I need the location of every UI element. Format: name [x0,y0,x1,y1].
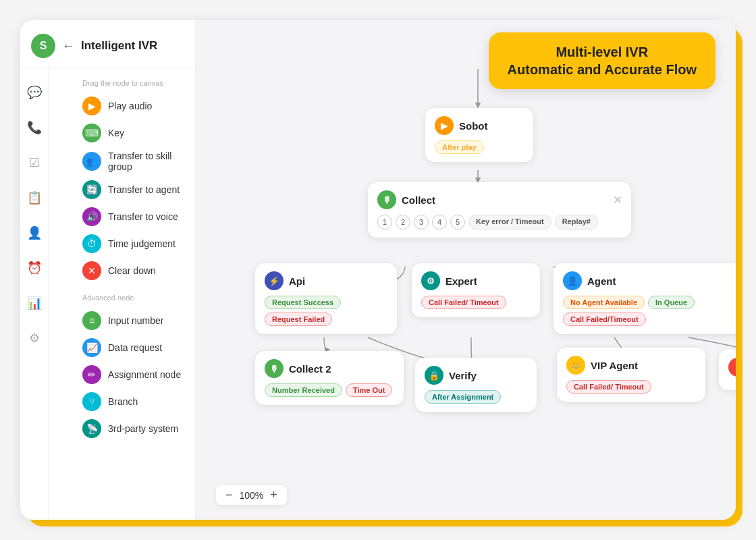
verify-icon: 🔒 [425,366,443,385]
sobot-tag-afterplay[interactable]: After play [435,140,484,154]
3rd-party-label: 3rd-party system [108,423,178,434]
zoom-plus-button[interactable]: + [269,488,279,502]
collect2-node[interactable]: 🎙 Collect 2 Number Received Time Out [255,351,404,405]
node-branch[interactable]: ⑂ Branch [82,388,195,415]
main-card: S ← Intelligent IVR 💬 📞 ☑ 📋 👤 ⏰ 📊 ⚙ [20,20,736,520]
collect2-title: Collect 2 [289,363,331,375]
node-transfer-voice[interactable]: 🔊 Transfer to voice [82,203,195,230]
collect-tag-replay[interactable]: Replay# [555,215,598,230]
assignment-icon: ✏ [82,365,101,384]
node-clear-down[interactable]: ✕ Clear down [82,257,195,284]
vip-icon: 👑 [566,356,585,375]
branch-label: Branch [108,396,138,407]
node-data-request[interactable]: 📈 Data request [82,334,195,361]
assignment-label: Assignment node [108,369,181,380]
sidebar-icon-clipboard[interactable]: 📋 [22,186,47,210]
collect-tag-key-error[interactable]: Key error / Timeout [468,215,551,230]
collect-icon: 🎙 [377,190,396,209]
advanced-label: Advanced node [82,284,195,307]
vip-header: 👑 VIP Agent [566,356,696,375]
canvas-area[interactable]: Multi-level IVR Automatic and Accurate F… [196,20,736,520]
collect-title: Collect [402,194,435,206]
verify-header: 🔒 Verify [425,366,527,385]
tooltip-line2: Automatic and Accurate Flow [508,61,697,78]
back-button[interactable]: ← [62,39,74,53]
node-3rd-party[interactable]: 📡 3rd-party system [82,415,195,442]
sobot-node[interactable]: ▶ Sobot After play [425,108,533,162]
sobot-header: ▶ Sobot [435,116,524,135]
collect-tag-5[interactable]: 5 [450,215,465,230]
collect-node[interactable]: 🎙 Collect ✕ 1 2 3 4 5 Key error / Timeou… [368,182,631,238]
sobot-tags: After play [435,140,524,154]
collect2-icon: 🎙 [265,359,284,378]
key-label: Key [108,128,124,138]
sidebar-icon-user[interactable]: 👤 [22,221,47,245]
verify-tags: After Assignment [425,390,527,404]
drag-label: Drag the node to canvas [82,75,195,92]
agent-icon: 👤 [563,271,582,290]
input-number-icon: ≡ [82,311,101,330]
sidebar-icon-clock[interactable]: ⏰ [22,256,47,280]
collect2-tags: Number Received Time Out [265,383,394,397]
clear-down-node[interactable]: ✕ Clear Down [719,350,736,390]
node-play-audio[interactable]: ▶ Play audio [82,92,195,119]
sidebar-icon-settings[interactable]: ⚙ [22,326,47,350]
input-number-label: Input number [108,315,164,326]
node-time-judgement[interactable]: ⏱ Time judgement [82,230,195,257]
api-title: Api [289,275,305,287]
zoom-minus-button[interactable]: − [224,488,234,502]
agent-tag-failed[interactable]: Call Failed/Timeout [563,313,646,326]
node-list: Drag the node to canvas ▶ Play audio ⌨ K… [49,68,195,520]
collect-close-icon[interactable]: ✕ [613,194,622,207]
verify-node[interactable]: 🔒 Verify After Assignment [415,358,537,412]
expert-node[interactable]: ⚙ Expert Call Failed/ Timeout [412,263,540,317]
verify-tag-assignment[interactable]: After Assignment [425,390,501,404]
sidebar-icon-chat[interactable]: 💬 [22,80,47,105]
collect-tag-4[interactable]: 4 [432,215,447,230]
sidebar-icon-chart[interactable]: 📊 [22,291,47,315]
node-assignment[interactable]: ✏ Assignment node [82,361,195,388]
sobot-title: Sobot [459,120,488,132]
expert-icon: ⚙ [421,271,440,290]
clear-down-icon: ✕ [82,261,101,280]
zoom-controls: − 100% + [216,485,287,505]
expert-tag-failed[interactable]: Call Failed/ Timeout [421,296,506,309]
node-transfer-skill[interactable]: 👥 Transfer to skill group [82,146,195,176]
collect-tag-2[interactable]: 2 [396,215,410,230]
collect-tag-1[interactable]: 1 [377,215,392,230]
time-judgement-label: Time judgement [108,238,176,249]
collect2-tag-received[interactable]: Number Received [265,383,342,397]
agent-tag-in-queue[interactable]: In Queue [648,296,695,309]
expert-title: Expert [446,275,477,287]
node-transfer-agent[interactable]: 🔄 Transfer to agent [82,176,195,203]
cleardown-header: ✕ Clear Down [728,358,736,377]
collect-header: 🎙 Collect ✕ [377,190,622,209]
node-input-number[interactable]: ≡ Input number [82,307,195,334]
vip-tags: Call Failed/ Timeout [566,380,696,394]
api-icon: ⚡ [265,271,284,290]
transfer-voice-icon: 🔊 [82,207,101,226]
api-tags: Request Success Request Failed [265,296,387,326]
vip-agent-node[interactable]: 👑 VIP Agent Call Failed/ Timeout [557,348,705,402]
api-header: ⚡ Api [265,271,387,290]
agent-tag-no-agent[interactable]: No Agent Available [563,296,645,309]
transfer-voice-label: Transfer to voice [108,211,178,222]
data-request-label: Data request [108,342,162,353]
collect-tag-3[interactable]: 3 [414,215,429,230]
transfer-agent-icon: 🔄 [82,180,101,199]
api-node[interactable]: ⚡ Api Request Success Request Failed [255,263,397,334]
branch-icon: ⑂ [82,392,101,411]
collect2-tag-timeout[interactable]: Time Out [346,383,392,397]
tooltip-badge: Multi-level IVR Automatic and Accurate F… [489,32,716,89]
agent-tags: No Agent Available In Queue Call Failed/… [563,296,736,326]
node-key[interactable]: ⌨ Key [82,119,195,146]
cleardown-icon: ✕ [728,358,736,377]
collect-tags: 1 2 3 4 5 Key error / Timeout Replay# [377,215,622,230]
clear-down-label: Clear down [108,265,156,276]
api-tag-success[interactable]: Request Success [265,296,341,309]
sidebar-icon-phone[interactable]: 📞 [22,115,47,140]
api-tag-failed[interactable]: Request Failed [265,313,332,326]
vip-tag-failed[interactable]: Call Failed/ Timeout [566,380,651,394]
sidebar-icon-check[interactable]: ☑ [22,151,47,175]
agent-node[interactable]: 👤 Agent No Agent Available In Queue Call… [554,263,736,334]
